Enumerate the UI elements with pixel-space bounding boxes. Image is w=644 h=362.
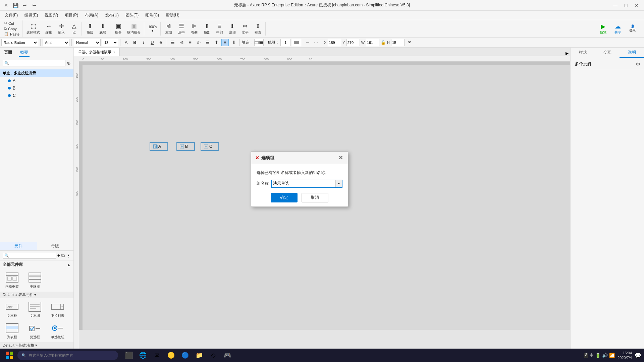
font-family-select[interactable]: Arial	[43, 39, 69, 46]
italic-button[interactable]: I	[140, 39, 147, 46]
add-page-icon[interactable]: ⊕	[67, 60, 71, 66]
bottom-layer-button[interactable]: ⬇ 底层	[97, 23, 109, 35]
menu-view[interactable]: 视图(V)	[41, 11, 61, 20]
h-value-input[interactable]	[391, 39, 405, 46]
taskbar-clock[interactable]: 15:04 2020/7/4	[618, 351, 632, 360]
align-right-button[interactable]: ⫸ 右侧	[188, 23, 200, 35]
form-section-header[interactable]: Default » 表单元件 ▾	[0, 292, 73, 298]
menu-account[interactable]: 账号(C)	[142, 11, 162, 20]
dialog-confirm-button[interactable]: 确定	[271, 193, 298, 202]
distribute-v-button[interactable]: ⇕ 垂直	[252, 23, 264, 35]
dialog-dropdown-arrow[interactable]: ▾	[335, 180, 342, 187]
outline-tab[interactable]: 概要	[19, 49, 30, 57]
dialog-cancel-button[interactable]: 取消	[302, 193, 328, 202]
align-left-text-button[interactable]: ⫷	[178, 39, 185, 46]
top-layer-button[interactable]: ⬆ 顶层	[84, 23, 96, 35]
taskbar-app-mail[interactable]: ✉	[150, 349, 164, 361]
preview-button[interactable]: ▶ 预览	[597, 23, 609, 35]
justify-text-button[interactable]: ☰	[204, 39, 211, 46]
pages-search-input[interactable]	[3, 60, 65, 66]
w-value-input[interactable]	[366, 39, 379, 46]
radio-btn-comp[interactable]: 单选按钮	[47, 321, 68, 341]
group-button[interactable]: ▣ 组合	[112, 23, 124, 35]
align-bottom-button[interactable]: ⬇ 底部	[226, 23, 238, 35]
page-item-c[interactable]: C	[0, 92, 73, 99]
taskbar-app-ie[interactable]: 🔵	[178, 349, 192, 361]
menu-layout[interactable]: 布局(A)	[82, 11, 102, 20]
share-button[interactable]: ☁ 共享	[612, 23, 624, 35]
align-middle-button[interactable]: ≡ 中部	[214, 23, 226, 35]
align-bottom-text-button[interactable]: ⬇	[230, 39, 237, 46]
add-comp-icon[interactable]: +	[57, 253, 60, 258]
paste-button[interactable]: 📋 Paste	[3, 32, 21, 37]
taskbar-app-figma[interactable]: 🎮	[221, 349, 234, 361]
distribute-h-button[interactable]: ⇔ 水平	[239, 23, 251, 35]
redo-icon[interactable]: ↪	[31, 2, 38, 9]
taskbar-app-explorer[interactable]: 📁	[193, 349, 206, 361]
relay-comp[interactable]: 中继器	[24, 270, 46, 290]
copy-comp-icon[interactable]: ⧉	[61, 253, 65, 258]
stroke-style-dashed[interactable]: - -	[312, 39, 320, 46]
notification-icon[interactable]: 💬	[635, 352, 641, 359]
bold-button[interactable]: B	[131, 39, 139, 46]
chinese-input-icon[interactable]: 中	[590, 353, 594, 358]
start-button[interactable]	[3, 349, 16, 361]
checkbox-comp[interactable]: 复选框	[24, 321, 46, 341]
y-value-input[interactable]	[346, 39, 360, 46]
zoom-display[interactable]: 100% ▾	[146, 23, 159, 35]
canvas-scroll-area[interactable]: A B C	[79, 62, 570, 349]
visibility-toggle[interactable]: 👁	[406, 39, 413, 46]
stroke-color-button[interactable]	[292, 39, 301, 46]
login-button[interactable]: 👤 登录	[627, 23, 639, 35]
strikethrough-button[interactable]: S̶	[157, 39, 165, 46]
comp-lib-arrow[interactable]: ▲	[67, 262, 71, 267]
inline-frame-comp[interactable]: 内联框架	[1, 270, 23, 290]
align-right-text-button[interactable]: ⫸	[195, 39, 203, 46]
align-middle-text-button[interactable]: ≡	[221, 39, 229, 46]
master-tab[interactable]: 母版	[37, 242, 74, 250]
ungroup-button[interactable]: ▣ 取消组合	[125, 23, 143, 35]
font-size-select[interactable]: 13	[102, 39, 118, 46]
menu-project[interactable]: 项目(P)	[61, 11, 82, 20]
page-item-b[interactable]: B	[0, 84, 73, 92]
widget-type-select[interactable]: Radio Button	[1, 39, 38, 46]
align-top-button[interactable]: ⬆ 顶部	[201, 23, 213, 35]
menu-help[interactable]: 帮助(H)	[162, 11, 183, 20]
underline-button[interactable]: U	[149, 39, 156, 46]
align-center-text-button[interactable]: ≡	[186, 39, 194, 46]
undo-icon[interactable]: ↩	[21, 2, 28, 9]
font-style-select[interactable]: Normal	[74, 39, 101, 46]
font-color-button[interactable]: A	[122, 39, 130, 46]
canvas-tab-main[interactable]: 单选、多选按钮演示 ×	[74, 48, 120, 56]
text-box-comp[interactable]: abc 文本框	[1, 299, 23, 319]
taskbar-app-chrome[interactable]: 🟡	[164, 349, 178, 361]
group-name-input[interactable]	[272, 180, 335, 187]
stroke-size-input[interactable]	[280, 39, 290, 46]
cut-button[interactable]: ✂ Cut	[3, 21, 21, 26]
hero-table-section-header[interactable]: Default » 英雄:表格 ▾	[0, 342, 73, 349]
insert-button[interactable]: ✛ 插入	[55, 23, 67, 35]
dialog-close-button[interactable]: ✕	[337, 155, 344, 161]
widget-tab[interactable]: 元件	[0, 242, 37, 250]
canvas-tab-close[interactable]: ×	[113, 50, 115, 54]
point-button[interactable]: △ 点	[68, 23, 80, 35]
taskbar-app-edge[interactable]: 🌐	[136, 349, 150, 361]
more-icon[interactable]: ⋮	[66, 253, 71, 258]
align-center-button[interactable]: ☰ 居中	[175, 23, 187, 35]
comp-search-input[interactable]	[3, 252, 56, 259]
page-item-demo[interactable]: 单选、多选按钮演示	[0, 69, 73, 77]
connect-button[interactable]: ↔ 连接	[43, 23, 55, 35]
align-left-button[interactable]: ⫷ 左侧	[163, 23, 175, 35]
menu-file[interactable]: 文件(F)	[1, 11, 21, 20]
note-tab[interactable]: 说明	[620, 48, 644, 58]
interaction-tab[interactable]: 交互	[595, 48, 620, 58]
settings-gear-icon[interactable]: ⚙	[636, 62, 640, 67]
menu-edit[interactable]: 编辑(E)	[21, 11, 41, 20]
bullet-list-button[interactable]: ☰	[169, 39, 176, 46]
select-mode-button[interactable]: ⬚ 选择模式	[24, 23, 42, 35]
save-icon[interactable]: 💾	[12, 2, 19, 9]
text-area-comp[interactable]: 文本域	[24, 299, 46, 319]
input-method-icon[interactable]: S	[584, 353, 589, 358]
style-tab[interactable]: 样式	[571, 48, 595, 58]
close-button[interactable]: ✕	[632, 2, 641, 9]
